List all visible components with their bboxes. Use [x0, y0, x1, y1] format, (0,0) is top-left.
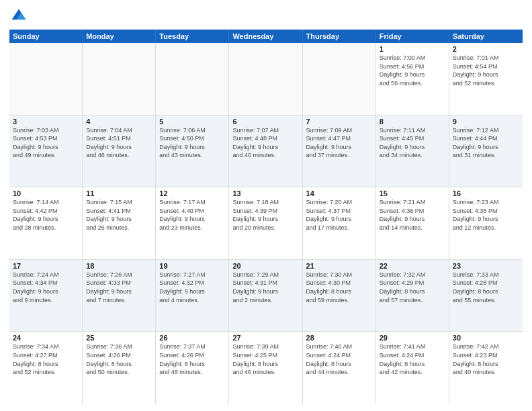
day-info: Sunrise: 7:12 AMSunset: 4:44 PMDaylight:… [453, 126, 519, 160]
day-info: Sunrise: 7:30 AMSunset: 4:30 PMDaylight:… [306, 271, 372, 304]
day-info: Sunrise: 7:03 AMSunset: 4:53 PMDaylight:… [13, 126, 79, 160]
header-cell-wednesday: Wednesday [229, 30, 302, 43]
day-number: 7 [306, 118, 372, 126]
calendar-cell: 3Sunrise: 7:03 AMSunset: 4:53 PMDaylight… [9, 116, 83, 187]
day-number: 15 [380, 189, 445, 197]
day-info: Sunrise: 7:20 AMSunset: 4:37 PMDaylight:… [306, 198, 372, 232]
day-info: Sunrise: 7:23 AMSunset: 4:35 PMDaylight:… [453, 198, 519, 232]
day-number: 8 [380, 118, 445, 126]
calendar-header: SundayMondayTuesdayWednesdayThursdayFrid… [9, 30, 523, 43]
day-number: 9 [453, 118, 519, 126]
day-info: Sunrise: 7:17 AMSunset: 4:40 PMDaylight:… [159, 198, 225, 232]
calendar-cell: 6Sunrise: 7:07 AMSunset: 4:48 PMDaylight… [229, 116, 302, 187]
calendar-cell: 13Sunrise: 7:18 AMSunset: 4:39 PMDayligh… [229, 187, 302, 259]
calendar-cell [303, 43, 376, 115]
day-info: Sunrise: 7:14 AMSunset: 4:42 PMDaylight:… [13, 198, 79, 232]
day-number: 19 [159, 262, 225, 270]
calendar-row-3: 17Sunrise: 7:24 AMSunset: 4:34 PMDayligh… [9, 260, 523, 332]
day-number: 24 [13, 334, 79, 342]
calendar-cell: 27Sunrise: 7:39 AMSunset: 4:25 PMDayligh… [229, 332, 302, 404]
calendar-cell: 17Sunrise: 7:24 AMSunset: 4:34 PMDayligh… [9, 260, 83, 332]
calendar-cell: 24Sunrise: 7:34 AMSunset: 4:27 PMDayligh… [9, 332, 83, 404]
day-number: 29 [380, 334, 445, 342]
calendar-row-2: 10Sunrise: 7:14 AMSunset: 4:42 PMDayligh… [9, 187, 523, 260]
day-number: 16 [453, 189, 519, 197]
calendar-cell: 15Sunrise: 7:21 AMSunset: 4:36 PMDayligh… [376, 187, 449, 259]
day-number: 25 [86, 334, 152, 342]
calendar-cell: 18Sunrise: 7:26 AMSunset: 4:33 PMDayligh… [83, 260, 156, 332]
calendar-row-1: 3Sunrise: 7:03 AMSunset: 4:53 PMDaylight… [9, 116, 523, 188]
day-number: 27 [232, 334, 298, 342]
calendar-cell: 8Sunrise: 7:11 AMSunset: 4:45 PMDaylight… [376, 116, 449, 187]
day-number: 17 [13, 262, 79, 270]
calendar-cell [83, 43, 156, 115]
day-number: 10 [13, 189, 79, 197]
calendar-cell: 30Sunrise: 7:42 AMSunset: 4:23 PMDayligh… [449, 332, 523, 404]
calendar-body: 1Sunrise: 7:00 AMSunset: 4:56 PMDaylight… [9, 43, 523, 404]
day-info: Sunrise: 7:26 AMSunset: 4:33 PMDaylight:… [86, 271, 152, 304]
calendar-cell [156, 43, 229, 115]
calendar-cell [229, 43, 302, 115]
day-number: 30 [453, 334, 519, 342]
calendar-cell: 25Sunrise: 7:36 AMSunset: 4:26 PMDayligh… [83, 332, 156, 404]
logo-icon [9, 7, 28, 26]
day-info: Sunrise: 7:32 AMSunset: 4:29 PMDaylight:… [380, 271, 445, 304]
day-info: Sunrise: 7:41 AMSunset: 4:24 PMDaylight:… [380, 342, 445, 376]
day-info: Sunrise: 7:39 AMSunset: 4:25 PMDaylight:… [232, 342, 298, 376]
day-info: Sunrise: 7:33 AMSunset: 4:28 PMDaylight:… [453, 271, 519, 304]
header-cell-saturday: Saturday [449, 30, 523, 43]
day-info: Sunrise: 7:37 AMSunset: 4:26 PMDaylight:… [159, 342, 225, 376]
calendar-cell: 16Sunrise: 7:23 AMSunset: 4:35 PMDayligh… [449, 187, 523, 259]
day-number: 1 [380, 45, 445, 53]
day-number: 4 [86, 118, 152, 126]
day-info: Sunrise: 7:00 AMSunset: 4:56 PMDaylight:… [380, 54, 445, 87]
day-info: Sunrise: 7:27 AMSunset: 4:32 PMDaylight:… [159, 271, 225, 304]
day-number: 3 [13, 118, 79, 126]
day-info: Sunrise: 7:18 AMSunset: 4:39 PMDaylight:… [232, 198, 298, 232]
day-info: Sunrise: 7:04 AMSunset: 4:51 PMDaylight:… [86, 126, 152, 160]
calendar-row-4: 24Sunrise: 7:34 AMSunset: 4:27 PMDayligh… [9, 332, 523, 404]
header-cell-monday: Monday [83, 30, 156, 43]
calendar-cell: 11Sunrise: 7:15 AMSunset: 4:41 PMDayligh… [83, 187, 156, 259]
calendar-cell: 1Sunrise: 7:00 AMSunset: 4:56 PMDaylight… [376, 43, 449, 115]
calendar-cell: 12Sunrise: 7:17 AMSunset: 4:40 PMDayligh… [156, 187, 229, 259]
day-info: Sunrise: 7:36 AMSunset: 4:26 PMDaylight:… [86, 342, 152, 376]
day-number: 23 [453, 262, 519, 270]
day-number: 13 [232, 189, 298, 197]
calendar-cell: 20Sunrise: 7:29 AMSunset: 4:31 PMDayligh… [229, 260, 302, 332]
header-cell-sunday: Sunday [9, 30, 83, 43]
day-number: 20 [232, 262, 298, 270]
day-number: 5 [159, 118, 225, 126]
day-number: 22 [380, 262, 445, 270]
calendar-cell: 21Sunrise: 7:30 AMSunset: 4:30 PMDayligh… [303, 260, 376, 332]
header-cell-thursday: Thursday [303, 30, 376, 43]
calendar-cell: 26Sunrise: 7:37 AMSunset: 4:26 PMDayligh… [156, 332, 229, 404]
calendar-cell: 23Sunrise: 7:33 AMSunset: 4:28 PMDayligh… [449, 260, 523, 332]
calendar-cell: 22Sunrise: 7:32 AMSunset: 4:29 PMDayligh… [376, 260, 449, 332]
day-number: 28 [306, 334, 372, 342]
calendar-cell: 28Sunrise: 7:40 AMSunset: 4:24 PMDayligh… [303, 332, 376, 404]
calendar-cell: 29Sunrise: 7:41 AMSunset: 4:24 PMDayligh… [376, 332, 449, 404]
day-number: 26 [159, 334, 225, 342]
day-info: Sunrise: 7:01 AMSunset: 4:54 PMDaylight:… [453, 54, 519, 87]
day-info: Sunrise: 7:07 AMSunset: 4:48 PMDaylight:… [232, 126, 298, 160]
calendar-cell: 5Sunrise: 7:06 AMSunset: 4:50 PMDaylight… [156, 116, 229, 187]
day-info: Sunrise: 7:34 AMSunset: 4:27 PMDaylight:… [13, 342, 79, 376]
day-info: Sunrise: 7:09 AMSunset: 4:47 PMDaylight:… [306, 126, 372, 160]
calendar-cell: 10Sunrise: 7:14 AMSunset: 4:42 PMDayligh… [9, 187, 83, 259]
header-cell-friday: Friday [376, 30, 449, 43]
calendar-cell: 7Sunrise: 7:09 AMSunset: 4:47 PMDaylight… [303, 116, 376, 187]
page-header [9, 7, 523, 26]
calendar-cell: 14Sunrise: 7:20 AMSunset: 4:37 PMDayligh… [303, 187, 376, 259]
day-number: 6 [232, 118, 298, 126]
day-number: 14 [306, 189, 372, 197]
calendar-cell: 4Sunrise: 7:04 AMSunset: 4:51 PMDaylight… [83, 116, 156, 187]
day-info: Sunrise: 7:24 AMSunset: 4:34 PMDaylight:… [13, 271, 79, 304]
day-info: Sunrise: 7:15 AMSunset: 4:41 PMDaylight:… [86, 198, 152, 232]
day-number: 11 [86, 189, 152, 197]
day-number: 12 [159, 189, 225, 197]
day-number: 18 [86, 262, 152, 270]
day-info: Sunrise: 7:21 AMSunset: 4:36 PMDaylight:… [380, 198, 445, 232]
day-info: Sunrise: 7:06 AMSunset: 4:50 PMDaylight:… [159, 126, 225, 160]
day-info: Sunrise: 7:11 AMSunset: 4:45 PMDaylight:… [380, 126, 445, 160]
